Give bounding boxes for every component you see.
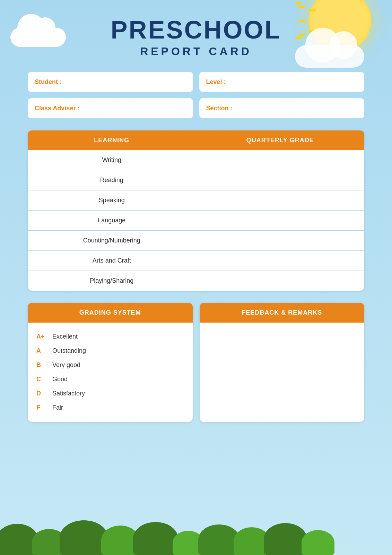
subject-cell: Speaking — [28, 190, 196, 210]
table-row: Reading — [28, 170, 364, 190]
grade-row: D Satisfactory — [36, 386, 184, 401]
grade-description: Outstanding — [52, 347, 86, 355]
subject-cell: Writing — [28, 150, 196, 170]
grade-input-2[interactable] — [218, 197, 342, 204]
grade-description: Excellent — [52, 333, 78, 340]
adviser-label: Class Adviser : — [35, 105, 79, 112]
adviser-input[interactable] — [82, 105, 186, 111]
grade-description: Good — [52, 376, 68, 383]
learning-header: LEARNING — [28, 130, 196, 150]
grade-description: Very good — [52, 361, 80, 369]
feedback-input[interactable] — [208, 330, 356, 406]
grades-table: LEARNING QUARTERLY GRADE Writing Reading… — [28, 130, 364, 291]
grade-cell[interactable] — [196, 271, 365, 291]
grade-row: B Very good — [36, 358, 184, 372]
table-row: Speaking — [28, 190, 364, 211]
student-input[interactable] — [64, 79, 186, 85]
grade-letter: B — [36, 361, 47, 369]
grade-input-4[interactable] — [218, 237, 342, 244]
subject-cell: Reading — [28, 170, 196, 190]
grade-cell[interactable] — [196, 150, 365, 170]
grade-cell[interactable] — [196, 231, 365, 250]
grade-row: A+ Excellent — [36, 330, 184, 344]
subject-cell: Playing/Sharing — [28, 271, 196, 291]
level-input[interactable] — [229, 79, 357, 85]
title-preschool: PRESCHOOL — [28, 17, 364, 42]
student-field: Student : — [28, 72, 193, 92]
grade-cell[interactable] — [196, 251, 365, 271]
grading-system-body: A+ Excellent A Outstanding B Very good C… — [28, 323, 193, 422]
bush-5 — [133, 522, 178, 555]
grade-letter: A — [36, 347, 47, 355]
grade-description: Satisfactory — [52, 390, 85, 397]
subject-cell: Language — [28, 211, 196, 230]
grade-input-0[interactable] — [218, 156, 342, 164]
title-report-card: REPORT CARD — [28, 45, 364, 58]
section-label: Section : — [206, 105, 233, 112]
grade-letter: D — [36, 390, 47, 397]
bushes-decoration — [0, 520, 392, 555]
table-row: Arts and Craft — [28, 251, 364, 271]
grade-cell[interactable] — [196, 170, 365, 190]
grade-input-6[interactable] — [218, 277, 342, 284]
form-section: Student : Level : Class Adviser : Sectio… — [28, 72, 364, 118]
section-field: Section : — [199, 98, 365, 118]
grade-letter: C — [36, 376, 47, 383]
student-label: Student : — [35, 78, 62, 86]
grade-input-5[interactable] — [218, 257, 342, 264]
grade-description: Fair — [52, 404, 63, 411]
level-field: Level : — [199, 72, 365, 92]
grade-cell[interactable] — [196, 190, 365, 210]
adviser-field: Class Adviser : — [28, 98, 193, 118]
table-row: Language — [28, 211, 364, 231]
bush-3 — [60, 520, 108, 555]
quarterly-grade-header: QUARTERLY GRADE — [196, 130, 365, 150]
grade-row: C Good — [36, 372, 184, 386]
grade-input-1[interactable] — [218, 177, 342, 184]
grade-letter: F — [36, 404, 47, 411]
level-label: Level : — [206, 78, 226, 86]
bush-9 — [264, 523, 307, 555]
bush-10 — [302, 530, 334, 555]
grade-row: A Outstanding — [36, 344, 184, 358]
table-row: Counting/Numbering — [28, 231, 364, 251]
feedback-card: FEEDBACK & REMARKS — [200, 303, 365, 422]
title-section: PRESCHOOL REPORT CARD — [28, 17, 364, 58]
bottom-section: GRADING SYSTEM A+ Excellent A Outstandin… — [28, 303, 364, 422]
grade-letter: A+ — [36, 333, 47, 340]
subject-cell: Arts and Craft — [28, 251, 196, 271]
feedback-body — [200, 323, 365, 414]
table-header: LEARNING QUARTERLY GRADE — [28, 130, 364, 150]
subject-cell: Counting/Numbering — [28, 231, 196, 250]
table-body: Writing Reading Speaking Language Counti… — [28, 150, 364, 291]
grade-row: F Fair — [36, 401, 184, 415]
grade-input-3[interactable] — [218, 217, 342, 224]
section-input[interactable] — [235, 105, 357, 111]
feedback-header: FEEDBACK & REMARKS — [200, 303, 365, 323]
grading-system-card: GRADING SYSTEM A+ Excellent A Outstandin… — [28, 303, 193, 422]
grading-system-header: GRADING SYSTEM — [28, 303, 193, 323]
grade-cell[interactable] — [196, 211, 365, 230]
table-row: Writing — [28, 150, 364, 170]
table-row: Playing/Sharing — [28, 271, 364, 291]
